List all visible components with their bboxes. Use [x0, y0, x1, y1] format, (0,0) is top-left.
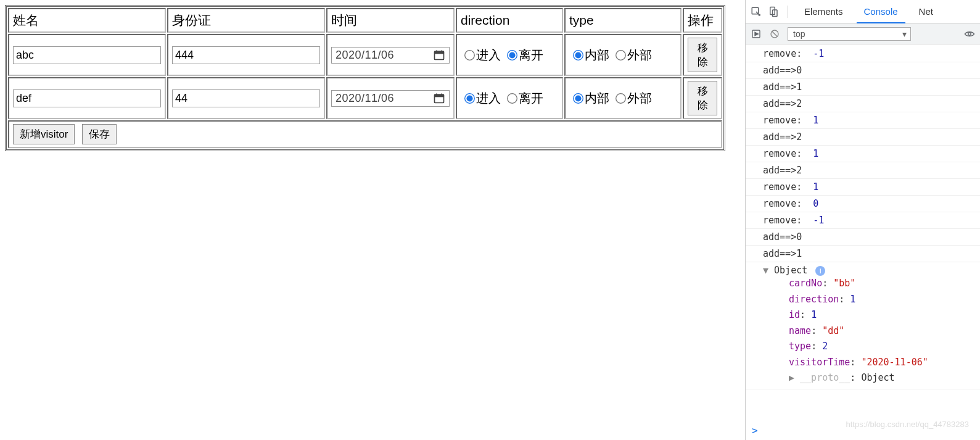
header-time: 时间: [326, 8, 455, 33]
context-selector[interactable]: top: [788, 27, 911, 41]
prompt-icon: >: [752, 425, 758, 436]
radio-outer[interactable]: [616, 51, 626, 61]
console-log-line: add==>1: [746, 246, 980, 262]
radio-leave[interactable]: [507, 94, 517, 104]
play-icon[interactable]: [751, 28, 762, 39]
header-op: 操作: [683, 8, 722, 33]
console-log-line: add==>2: [746, 96, 980, 112]
console-output[interactable]: remove: -1add==>0add==>1add==>2remove: 1…: [746, 44, 980, 421]
table-header-row: 姓名 身份证 时间 direction type 操作: [8, 8, 722, 33]
main-form-panel: 姓名 身份证 时间 direction type 操作 2020/11/06进入…: [0, 0, 745, 440]
clear-console-icon[interactable]: [769, 28, 780, 39]
live-expression-icon[interactable]: [964, 28, 975, 39]
table-row: 2020/11/06进入离开内部外部移除: [8, 77, 722, 119]
console-toolbar: top: [746, 23, 980, 44]
remove-button[interactable]: 移除: [688, 38, 717, 72]
device-icon[interactable]: [768, 6, 779, 17]
add-visitor-button[interactable]: 新增visitor: [13, 124, 75, 144]
radio-leave[interactable]: [507, 51, 517, 61]
label-enter: 进入: [476, 91, 501, 105]
name-input[interactable]: [13, 89, 161, 107]
label-leave: 离开: [519, 48, 543, 62]
svg-rect-5: [435, 94, 444, 97]
console-log-line: add==>1: [746, 79, 980, 96]
radio-inner[interactable]: [573, 94, 583, 104]
save-button[interactable]: 保存: [82, 124, 117, 144]
console-log-line: remove: -1: [746, 46, 980, 62]
console-log-line: remove: 1: [746, 146, 980, 162]
idcard-input[interactable]: [172, 89, 320, 107]
calendar-icon[interactable]: [433, 49, 445, 61]
header-type: type: [564, 8, 681, 33]
console-log-line: remove: -1: [746, 212, 980, 229]
label-outer: 外部: [627, 91, 652, 105]
console-log-line: remove: 1: [746, 179, 980, 196]
date-input[interactable]: 2020/11/06: [331, 47, 450, 64]
label-leave: 离开: [519, 91, 543, 105]
console-log-line: add==>0: [746, 62, 980, 79]
label-outer: 外部: [627, 48, 652, 62]
label-inner: 内部: [585, 91, 609, 105]
tab-elements[interactable]: Elements: [797, 0, 850, 23]
svg-rect-1: [435, 51, 444, 54]
idcard-input[interactable]: [172, 46, 320, 64]
console-object[interactable]: ▼ Object icardNo: "bb"direction: 1id: 1n…: [746, 262, 980, 389]
separator: [788, 6, 788, 18]
devtools-panel: Elements Console Net top remove: -1add==…: [745, 0, 980, 440]
remove-button[interactable]: 移除: [688, 81, 717, 115]
radio-enter[interactable]: [464, 51, 475, 61]
date-value: 2020/11/06: [336, 92, 394, 105]
console-log-line: add==>2: [746, 162, 980, 179]
console-prompt[interactable]: >: [746, 421, 980, 440]
table-footer-row: 新增visitor 保存: [8, 120, 722, 148]
date-input[interactable]: 2020/11/06: [331, 90, 450, 107]
header-idcard: 身份证: [167, 8, 325, 33]
date-value: 2020/11/06: [336, 49, 394, 62]
tab-console[interactable]: Console: [857, 0, 905, 23]
radio-inner[interactable]: [573, 51, 583, 61]
inspect-icon[interactable]: [751, 6, 762, 17]
tab-network[interactable]: Net: [912, 0, 941, 23]
console-log-line: add==>0: [746, 229, 980, 246]
console-log-line: remove: 0: [746, 196, 980, 212]
radio-outer[interactable]: [616, 94, 626, 104]
devtools-header: Elements Console Net: [746, 0, 980, 23]
radio-enter[interactable]: [464, 94, 475, 104]
svg-point-13: [968, 32, 971, 35]
table-row: 2020/11/06进入离开内部外部移除: [8, 34, 722, 76]
name-input[interactable]: [13, 46, 161, 64]
console-log-line: remove: 1: [746, 112, 980, 129]
info-icon: i: [815, 266, 825, 276]
label-inner: 内部: [585, 48, 609, 62]
header-name: 姓名: [8, 8, 166, 33]
header-direction: direction: [456, 8, 563, 33]
label-enter: 进入: [476, 48, 501, 62]
visitor-table: 姓名 身份证 时间 direction type 操作 2020/11/06进入…: [5, 5, 725, 151]
console-log-line: add==>2: [746, 129, 980, 146]
calendar-icon[interactable]: [433, 92, 445, 104]
